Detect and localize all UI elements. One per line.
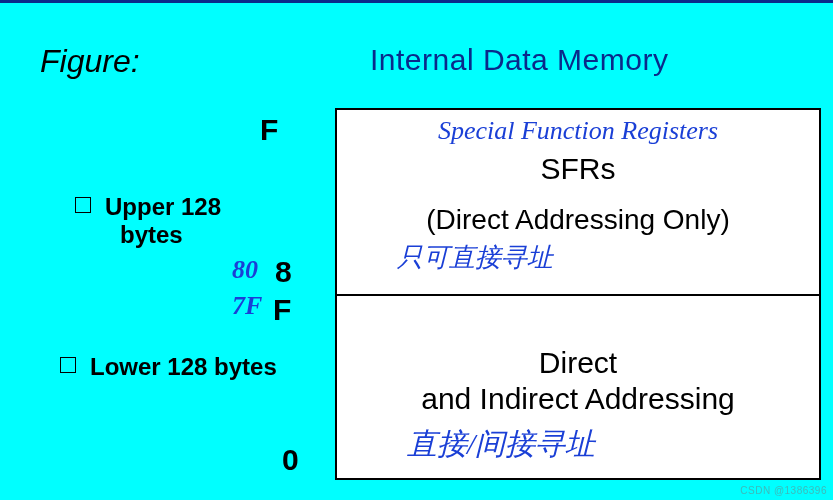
upper-128-text: Upper 128 [105,193,221,220]
memory-lower-region: Direct and Indirect Addressing 直接/间接寻址 [337,296,819,480]
direct-indirect-handwritten-note: 直接/间接寻址 [407,424,595,465]
direct-label: Direct [337,346,819,380]
address-7f: F [273,293,291,327]
address-ff: F [260,113,278,147]
direct-addressing-only-label: (Direct Addressing Only) [337,204,819,236]
sfrs-label: SFRs [337,152,819,186]
address-80: 8 [275,255,292,289]
figure-label: Figure: [40,43,140,80]
address-00: 0 [282,443,299,477]
watermark: CSDN @1386396 [740,485,827,496]
indirect-addressing-label: and Indirect Addressing [337,382,819,416]
lower-128-label: Lower 128 bytes [60,353,277,381]
lower-128-text: Lower 128 bytes [90,353,277,380]
memory-upper-region: Special Function Registers SFRs (Direct … [337,110,819,296]
upper-128-sub: bytes [120,221,183,249]
direct-only-handwritten-note: 只可直接寻址 [397,240,553,275]
diagram-title: Internal Data Memory [370,43,668,77]
upper-128-label: Upper 128 [75,193,221,221]
memory-map-box: Special Function Registers SFRs (Direct … [335,108,821,480]
sfr-handwritten-note: Special Function Registers [337,116,819,146]
address-7f-handwritten: 7F [232,291,262,321]
bullet-square-icon [75,197,91,213]
bullet-square-icon [60,357,76,373]
address-80-handwritten: 80 [232,255,258,285]
